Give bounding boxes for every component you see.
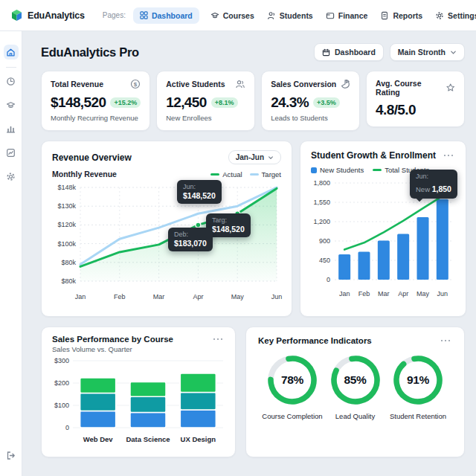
svg-text:$300: $300	[54, 357, 69, 364]
svg-text:$80k: $80k	[61, 259, 76, 266]
svg-text:$130k: $130k	[57, 202, 76, 210]
sales-chart-svg: $300$200$1000Web DevData ScienceUX Desig…	[52, 355, 226, 448]
nav-item-finance[interactable]: Finance	[324, 8, 370, 23]
kpi-row: Total Revenue $ $148,520 +15.2% Monthly …	[41, 71, 465, 131]
kpi-value: 12,450	[166, 94, 207, 111]
kpi-title: Active Students	[166, 80, 225, 89]
home-icon	[6, 48, 16, 57]
donut-label: Lead Quality	[335, 412, 375, 420]
svg-text:Feb: Feb	[114, 293, 126, 300]
logout-icon	[6, 451, 16, 460]
nav-item-courses[interactable]: Courses	[209, 8, 256, 23]
range-selector[interactable]: Jan-Jun	[228, 150, 281, 164]
document-icon	[380, 11, 389, 20]
svg-text:Mar: Mar	[378, 290, 390, 298]
student-growth-chart: 1,8001,5501,2009004500JanFebMarAprMayJun…	[311, 177, 455, 303]
svg-text:Apr: Apr	[398, 290, 408, 298]
legend-label: Actual	[222, 170, 242, 178]
svg-text:Jun: Jun	[437, 290, 448, 298]
svg-text:$120k: $120k	[57, 221, 76, 228]
legend-swatch-total-students	[373, 169, 382, 171]
donut-percent: 91%	[390, 352, 446, 408]
svg-text:0: 0	[327, 276, 330, 283]
sidebar-item-trends[interactable]	[4, 145, 19, 160]
clock-icon	[6, 77, 16, 86]
wallet-icon	[326, 11, 335, 20]
svg-text:Web Dev: Web Dev	[83, 435, 114, 443]
svg-text:Jan: Jan	[75, 293, 86, 300]
gear-icon	[435, 11, 444, 20]
svg-text:Apr: Apr	[193, 293, 203, 300]
svg-text:$148k: $148k	[57, 184, 76, 191]
pie-chart-icon	[340, 79, 350, 89]
graduation-cap-icon	[6, 100, 16, 110]
app-logo-icon	[10, 9, 23, 22]
nav-label: Settings	[448, 11, 476, 20]
revenue-chart-svg: $148k$130k$120k$100k$80k$80kJanFebMarApr…	[52, 181, 283, 304]
nav-label: Courses	[223, 11, 254, 20]
svg-text:1,200: 1,200	[313, 218, 330, 225]
more-menu-icon[interactable]	[439, 338, 453, 344]
donut-percent: 85%	[327, 352, 384, 408]
legend-label: New Students	[320, 166, 364, 174]
nav-item-students[interactable]: Students	[266, 8, 315, 23]
kpi-subtitle: Leads to Students	[271, 114, 350, 122]
svg-text:900: 900	[319, 237, 330, 245]
nav-item-settings[interactable]: Settings	[434, 8, 476, 23]
kpi-value: 24.3%	[271, 94, 309, 111]
charts-row: Revenue Overview Jan-Jun Monthly Revenue…	[41, 141, 465, 317]
svg-text:$100k: $100k	[57, 240, 76, 248]
sidebar-item-home[interactable]	[4, 45, 19, 60]
range-selector-label: Jan-Jun	[236, 153, 264, 161]
donut-gauges: 78% Course Completion 85% Lead Quality 9…	[258, 352, 452, 420]
card-title: Key Performance Indicators	[258, 336, 372, 345]
more-menu-icon[interactable]	[442, 152, 456, 159]
donut-course-completion: 78% Course Completion	[261, 352, 324, 420]
sidebar-item-charts[interactable]	[4, 121, 19, 136]
brand: EduAnalytics	[10, 9, 85, 22]
sidebar-item-logout[interactable]	[4, 448, 19, 463]
svg-text:Data Science: Data Science	[126, 435, 170, 443]
kpi-card-sales-conversion: Sales Conversion 24.3% +3.5% Leads to St…	[261, 71, 360, 131]
legend-swatch-actual	[210, 173, 219, 176]
sidebar-item-analytics[interactable]	[4, 74, 19, 89]
page-header: EduAnalytics Pro Dashboard Main Stronth	[41, 43, 465, 61]
sales-performance-card: Sales Performance by Course Sales Volume…	[41, 327, 236, 457]
more-menu-icon[interactable]	[211, 336, 225, 343]
dashboard-button[interactable]: Dashboard	[314, 43, 384, 61]
kpi-value: 4.8/5.0	[376, 102, 416, 118]
nav-label: Finance	[338, 11, 368, 20]
svg-text:Mar: Mar	[153, 293, 165, 300]
kpi-subtitle: Monthly Recurring Revenue	[51, 114, 141, 122]
icon-sidebar	[0, 31, 22, 476]
period-dropdown[interactable]: Main Stronth	[390, 43, 465, 61]
chevron-down-icon	[450, 49, 457, 56]
nav-item-dashboard[interactable]: Dashboard	[133, 7, 199, 24]
svg-text:450: 450	[319, 257, 330, 264]
divider	[6, 67, 16, 68]
chart-tooltip-target: Targ: $148,520	[206, 213, 251, 237]
pages-label: Pages:	[103, 11, 126, 19]
person-icon	[267, 11, 276, 20]
kpi-title: Avg. Course Rating	[376, 79, 445, 97]
chart-tooltip-growth-jun: Jun: New 1,850	[410, 170, 457, 199]
kpi-value: $148,520	[51, 94, 106, 111]
sidebar-item-courses[interactable]	[4, 97, 19, 112]
svg-text:May: May	[231, 293, 245, 300]
legend-swatch-target	[250, 173, 259, 176]
chart-legend: Actual Target	[210, 170, 281, 178]
svg-text:UX Design: UX Design	[181, 435, 216, 443]
donut-lead-quality: 85% Lead Quality	[324, 352, 387, 420]
svg-text:Feb: Feb	[358, 290, 370, 298]
chevron-down-icon	[268, 155, 274, 161]
sidebar-item-settings[interactable]	[4, 169, 19, 184]
graduation-cap-icon	[210, 11, 219, 20]
chart-subtitle: Sales Volume vs. Quarter	[52, 345, 225, 353]
kpi-card-total-revenue: Total Revenue $ $148,520 +15.2% Monthly …	[41, 71, 150, 131]
svg-text:1,800: 1,800	[313, 179, 330, 187]
svg-text:0: 0	[65, 424, 69, 431]
kpi-delta-badge: +15.2%	[110, 97, 141, 108]
kpi-card-course-rating: Avg. Course Rating 4.8/5.0	[366, 71, 465, 127]
brand-name: EduAnalytics	[28, 10, 85, 21]
nav-item-reports[interactable]: Reports	[379, 8, 424, 23]
